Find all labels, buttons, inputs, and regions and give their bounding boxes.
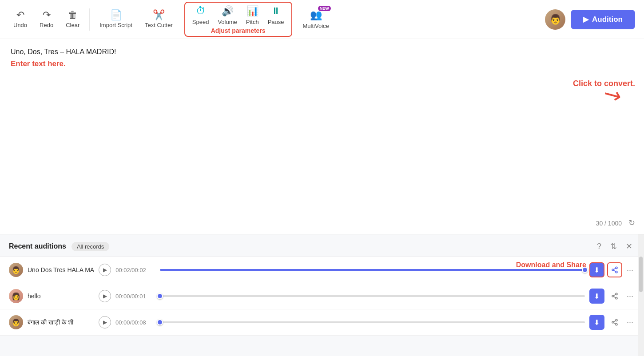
- import-script-button[interactable]: 📄 Import Script: [95, 8, 137, 31]
- download-button[interactable]: ⬇: [589, 315, 604, 330]
- scrollbar[interactable]: [638, 234, 644, 356]
- volume-button[interactable]: 🔊 Volume: [218, 5, 237, 25]
- clear-icon: 🗑: [68, 10, 78, 20]
- volume-label: Volume: [218, 19, 237, 25]
- play-button[interactable]: ▶: [99, 290, 111, 302]
- time-display: 00:00/00:08: [115, 319, 155, 326]
- table-row: 👩 hello ▶ 00:00/00:01 ⬇ ···: [0, 283, 644, 309]
- progress-thumb[interactable]: [157, 319, 163, 325]
- pause-button[interactable]: ⏸ Pause: [268, 5, 284, 25]
- new-badge: NEW: [318, 6, 331, 11]
- play-icon: ▶: [583, 15, 588, 24]
- volume-icon: 🔊: [222, 5, 234, 17]
- clear-button[interactable]: 🗑 Clear: [61, 8, 84, 31]
- panel-controls: ? ⇅ ✕: [594, 241, 635, 252]
- undo-icon: ↶: [16, 10, 24, 20]
- svg-line-4: [614, 268, 616, 269]
- import-label: Import Script: [99, 22, 132, 28]
- svg-line-9: [614, 294, 616, 296]
- editor-area: Click to convert. ↗ Uno, Dos, Tres – HAL…: [0, 39, 644, 234]
- avatar-area: 👨 ▶ Audition: [545, 9, 635, 30]
- row-name: बंगाल की खाड़ी के शी: [28, 319, 94, 326]
- toolbar: ↶ Undo ↷ Redo 🗑 Clear 📄 Import Script ✂️…: [0, 0, 644, 39]
- share-button[interactable]: [607, 315, 622, 330]
- pitch-icon: 📊: [246, 5, 258, 17]
- svg-line-8: [614, 297, 616, 298]
- table-row: 👨 बंगाल की खाड़ी के शी ▶ 00:00/00:08 ⬇ ·…: [0, 309, 644, 336]
- row-avatar: 👨: [9, 315, 23, 329]
- user-avatar[interactable]: 👨: [545, 9, 565, 30]
- more-options-button[interactable]: ···: [625, 318, 635, 327]
- recent-panel-title: Recent auditions: [9, 242, 66, 250]
- svg-line-13: [614, 323, 616, 324]
- speed-label: Speed: [192, 19, 209, 25]
- download-button[interactable]: ⬇: [589, 289, 604, 304]
- editor-main-text: Uno, Dos, Tres – HALA MADRID!: [11, 48, 633, 56]
- all-records-button[interactable]: All records: [72, 242, 109, 251]
- adjust-params-icons: ⏱ Speed 🔊 Volume 📊 Pitch ⏸ Pause: [192, 5, 284, 25]
- row-actions: ⬇ ···: [589, 289, 635, 304]
- speed-button[interactable]: ⏱ Speed: [192, 5, 209, 25]
- scrollbar-thumb[interactable]: [639, 257, 643, 292]
- textcutter-label: Text Cutter: [145, 22, 173, 28]
- progress-track[interactable]: [160, 295, 585, 297]
- redo-label: Redo: [40, 22, 53, 28]
- click-to-convert-annotation: Click to convert. ↗: [573, 79, 635, 109]
- download-button[interactable]: ⬇: [589, 262, 604, 277]
- share-button[interactable]: [607, 262, 622, 277]
- redo-icon: ↷: [43, 10, 51, 20]
- progress-fill: [160, 269, 585, 271]
- close-panel-button[interactable]: ✕: [623, 241, 635, 252]
- redo-button[interactable]: ↷ Redo: [35, 8, 58, 31]
- play-button[interactable]: ▶: [99, 264, 111, 276]
- adjust-params-box: ⏱ Speed 🔊 Volume 📊 Pitch ⏸ Pause Adjust …: [184, 2, 292, 37]
- row-name: Uno Dos Tres HALA MA: [28, 266, 94, 273]
- expand-button[interactable]: ⇅: [608, 241, 620, 252]
- play-button[interactable]: ▶: [99, 316, 111, 328]
- adjust-params-label: Adjust parameters: [211, 27, 266, 34]
- progress-track[interactable]: [160, 269, 585, 271]
- recent-header: Recent auditions All records ? ⇅ ✕: [0, 234, 644, 257]
- audition-button[interactable]: ▶ Audition: [571, 10, 635, 29]
- clear-label: Clear: [66, 22, 80, 28]
- row-avatar: 👩: [9, 289, 23, 303]
- progress-thumb[interactable]: [157, 293, 163, 299]
- more-options-button[interactable]: ···: [625, 292, 635, 301]
- multivoice-label: MultiVoice: [303, 23, 329, 29]
- speed-icon: ⏱: [196, 5, 206, 17]
- textcutter-icon: ✂️: [153, 10, 165, 20]
- recent-panel: Recent auditions All records ? ⇅ ✕ Downl…: [0, 234, 644, 356]
- divider-1: [89, 8, 90, 31]
- audition-label: Audition: [592, 15, 623, 24]
- char-count: 30 / 1000: [596, 220, 622, 227]
- row-avatar: 👨: [9, 263, 23, 277]
- svg-line-14: [614, 320, 616, 322]
- more-options-button[interactable]: ···: [625, 265, 635, 275]
- share-button[interactable]: [607, 289, 622, 304]
- editor-placeholder-text: Enter text here.: [11, 59, 633, 68]
- pause-icon: ⏸: [271, 5, 281, 17]
- text-cutter-button[interactable]: ✂️ Text Cutter: [140, 8, 177, 31]
- svg-line-3: [614, 270, 616, 272]
- refresh-icon[interactable]: ↻: [628, 218, 635, 228]
- undo-button[interactable]: ↶ Undo: [9, 8, 32, 31]
- time-display: 00:02/00:02: [115, 267, 155, 273]
- row-name: hello: [28, 293, 94, 300]
- multivoice-button[interactable]: NEW 👥 MultiVoice: [303, 9, 329, 29]
- pitch-label: Pitch: [246, 19, 259, 25]
- row-actions: ⬇ ···: [589, 315, 635, 330]
- time-display: 00:00/00:01: [115, 293, 155, 300]
- undo-label: Undo: [13, 22, 27, 28]
- help-button[interactable]: ?: [594, 241, 604, 252]
- progress-track[interactable]: [160, 321, 585, 323]
- pause-label: Pause: [268, 19, 284, 25]
- dl-share-annotation: Download and Share: [516, 261, 586, 269]
- pitch-button[interactable]: 📊 Pitch: [246, 5, 259, 25]
- import-icon: 📄: [110, 10, 122, 20]
- row-actions: ⬇ ···: [589, 262, 635, 277]
